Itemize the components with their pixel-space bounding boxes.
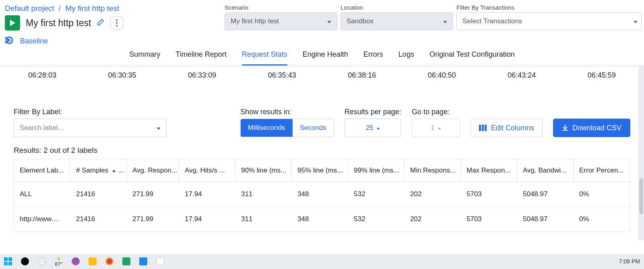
chevron-down-icon (443, 17, 447, 25)
cell-samples: 21416 (70, 215, 127, 223)
taskbar-clock[interactable]: 7:08 PM (619, 259, 640, 264)
sort-desc-icon (111, 166, 116, 175)
cell-p95: 348 (292, 215, 348, 223)
vertical-scrollbar[interactable] (638, 66, 644, 240)
col-samples[interactable]: # Samples... (70, 159, 127, 181)
label-filter-input[interactable]: Search label... (14, 119, 167, 137)
more-vertical-icon (116, 19, 118, 27)
svg-rect-7 (485, 125, 487, 131)
svg-rect-5 (479, 125, 481, 131)
weather-widget[interactable]: ☀ 87° (55, 256, 63, 267)
svg-point-1 (116, 22, 118, 24)
scenario-dropdown[interactable]: My first http test (225, 12, 337, 30)
edit-columns-button[interactable]: Edit Columns (471, 119, 543, 137)
taskbar-icon[interactable] (21, 257, 29, 265)
start-button[interactable] (4, 257, 12, 265)
tab-timeline-report[interactable]: Timeline Report (175, 50, 226, 62)
taskbar-time: 7:08 PM (619, 259, 640, 264)
run-button[interactable] (5, 15, 20, 31)
chevron-down-icon (327, 17, 331, 25)
col-min[interactable]: Min Respons... (405, 159, 461, 181)
table-row[interactable]: ALL 21416 271.99 17.94 311 348 532 202 5… (14, 182, 630, 207)
tab-request-stats[interactable]: Request Stats (242, 50, 287, 62)
taskbar-icon[interactable] (105, 257, 114, 265)
play-icon (9, 19, 16, 27)
cell-p90: 311 (235, 215, 292, 223)
edit-title-button[interactable] (97, 18, 105, 29)
location-label: Location (341, 4, 453, 11)
transactions-dropdown-toggle[interactable] (630, 12, 642, 30)
pencil-icon (97, 18, 105, 26)
col-p99[interactable]: 99% line (ms... (348, 159, 405, 181)
table-header: Element Lab... # Samples... Avg. Respon.… (14, 159, 630, 182)
transactions-value: Select Transactions (462, 17, 522, 25)
unit-milliseconds[interactable]: Milliseconds (241, 119, 293, 137)
tab-summary[interactable]: Summary (129, 50, 160, 62)
cell-min: 202 (405, 190, 461, 198)
timeline-tick: 06:28:03 (28, 71, 56, 80)
breadcrumb-project[interactable]: Default project (5, 4, 54, 12)
results-count: Results: 2 out of 2 labels (14, 146, 630, 155)
timeline-tick: 06:33:09 (188, 71, 216, 80)
chevron-down-icon (157, 124, 161, 132)
unit-seconds[interactable]: Seconds (293, 119, 334, 137)
cell-p99: 532 (348, 215, 405, 223)
baseline-icon: B (5, 36, 15, 46)
location-value: Sandbox (347, 17, 374, 25)
col-p90[interactable]: 90% line (ms... (235, 159, 292, 181)
taskbar-icon[interactable] (38, 257, 46, 265)
cell-bw: 5048.97 (517, 215, 574, 223)
results-table: Element Lab... # Samples... Avg. Respon.… (14, 159, 630, 232)
tab-engine-health[interactable]: Engine Health (303, 50, 348, 62)
timeline-tick: 06:30:35 (108, 71, 136, 80)
download-csv-button[interactable]: Download CSV (553, 119, 630, 137)
show-results-label: Show results in: (240, 108, 334, 116)
per-page-dropdown[interactable]: 25 (345, 119, 401, 137)
goto-page-label: Go to page: (412, 108, 460, 116)
taskbar-icon[interactable] (122, 257, 130, 265)
more-actions-button[interactable] (110, 16, 123, 29)
download-csv-label: Download CSV (572, 124, 621, 132)
tab-original-config[interactable]: Original Test Configuration (429, 50, 515, 62)
transactions-label: Filter By Transactions (456, 4, 642, 11)
taskbar-icon[interactable] (89, 257, 97, 265)
filter-by-label: Filter By Label: (14, 108, 167, 116)
timeline-tick: 06:45:59 (588, 71, 616, 80)
page-title: My first http test (26, 18, 91, 29)
svg-rect-6 (482, 125, 484, 131)
label-filter-placeholder: Search label... (20, 124, 64, 132)
tabs: Summary Timeline Report Request Stats En… (0, 46, 644, 66)
scenario-value: My first http test (231, 17, 279, 25)
caret-down-icon (438, 124, 441, 132)
cell-hits: 17.94 (179, 190, 235, 198)
timeline-tick: 06:40:50 (428, 71, 456, 80)
taskbar-icon[interactable] (156, 257, 164, 265)
goto-page-dropdown: 1 (412, 119, 460, 137)
goto-page-value: 1 (431, 124, 434, 132)
baseline-link[interactable]: Baseline (20, 37, 48, 45)
cell-label: ALL (14, 190, 70, 198)
os-taskbar: ☀ 87° 7:08 PM (0, 254, 644, 269)
cell-avg-resp: 271.99 (127, 215, 179, 223)
cell-max: 5703 (461, 215, 517, 223)
location-dropdown[interactable]: Sandbox (341, 12, 453, 30)
taskbar-icon[interactable] (72, 257, 80, 265)
transactions-dropdown[interactable]: Select Transactions (456, 12, 630, 30)
tab-errors[interactable]: Errors (363, 50, 383, 62)
cell-err: 0% (574, 215, 630, 223)
cell-samples: 21416 (70, 190, 127, 198)
cell-avg-resp: 271.99 (127, 190, 179, 198)
breadcrumb-test[interactable]: My first http test (65, 4, 119, 12)
table-row[interactable]: http://www.... 21416 271.99 17.94 311 34… (14, 207, 630, 232)
tab-logs[interactable]: Logs (398, 50, 414, 62)
col-avg-hits[interactable]: Avg. Hits/s ... (179, 159, 235, 181)
taskbar-icon[interactable] (139, 257, 147, 265)
col-bandwidth[interactable]: Avg. Bandwi... (517, 159, 574, 181)
col-max[interactable]: Max Respon... (461, 159, 517, 181)
col-element-label[interactable]: Element Lab... (14, 159, 70, 181)
col-avg-response[interactable]: Avg. Respon... (127, 159, 179, 181)
unit-toggle: Milliseconds Seconds (240, 119, 334, 137)
col-error-pct[interactable]: Error Percen... (574, 159, 630, 181)
col-p95[interactable]: 95% line (ms... (292, 159, 348, 181)
caret-down-icon (377, 124, 380, 132)
